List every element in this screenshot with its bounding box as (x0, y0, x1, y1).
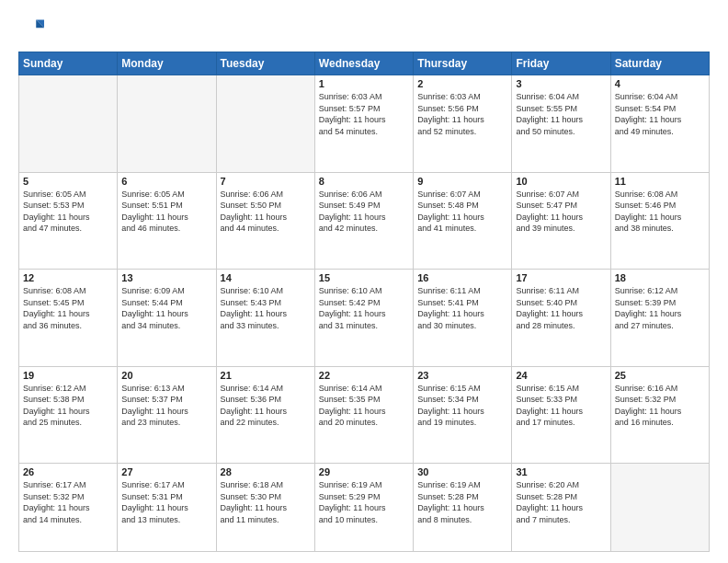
day-number: 20 (121, 370, 211, 381)
weekday-header-tuesday: Tuesday (216, 52, 314, 75)
calendar-week-row: 26Sunrise: 6:17 AM Sunset: 5:32 PM Dayli… (19, 464, 710, 552)
day-info: Sunrise: 6:18 AM Sunset: 5:30 PM Dayligh… (221, 479, 311, 525)
logo-icon (18, 17, 44, 42)
day-info: Sunrise: 6:06 AM Sunset: 5:50 PM Dayligh… (221, 189, 311, 235)
calendar-cell: 31Sunrise: 6:20 AM Sunset: 5:28 PM Dayli… (512, 464, 610, 552)
calendar-cell: 25Sunrise: 6:16 AM Sunset: 5:32 PM Dayli… (610, 366, 709, 464)
day-info: Sunrise: 6:12 AM Sunset: 5:39 PM Dayligh… (615, 285, 705, 331)
calendar-cell: 17Sunrise: 6:11 AM Sunset: 5:40 PM Dayli… (512, 270, 610, 367)
day-number: 8 (319, 176, 409, 187)
day-info: Sunrise: 6:11 AM Sunset: 5:41 PM Dayligh… (417, 285, 507, 331)
day-number: 30 (417, 466, 507, 477)
day-info: Sunrise: 6:15 AM Sunset: 5:34 PM Dayligh… (417, 383, 507, 429)
day-number: 26 (23, 466, 113, 477)
calendar-cell: 7Sunrise: 6:06 AM Sunset: 5:50 PM Daylig… (216, 172, 314, 270)
day-number: 17 (516, 272, 606, 283)
day-info: Sunrise: 6:20 AM Sunset: 5:28 PM Dayligh… (516, 479, 606, 525)
day-number: 3 (516, 78, 606, 89)
calendar-cell: 30Sunrise: 6:19 AM Sunset: 5:28 PM Dayli… (414, 464, 512, 552)
day-info: Sunrise: 6:14 AM Sunset: 5:36 PM Dayligh… (221, 383, 311, 429)
weekday-header-row: SundayMondayTuesdayWednesdayThursdayFrid… (19, 52, 710, 75)
calendar-cell: 27Sunrise: 6:17 AM Sunset: 5:31 PM Dayli… (118, 464, 216, 552)
day-info: Sunrise: 6:19 AM Sunset: 5:28 PM Dayligh… (417, 479, 507, 525)
calendar-week-row: 1Sunrise: 6:03 AM Sunset: 5:57 PM Daylig… (19, 75, 710, 173)
weekday-header-friday: Friday (512, 52, 610, 75)
day-info: Sunrise: 6:17 AM Sunset: 5:32 PM Dayligh… (23, 479, 113, 525)
day-info: Sunrise: 6:11 AM Sunset: 5:40 PM Dayligh… (516, 285, 606, 331)
day-number: 22 (319, 370, 409, 381)
calendar-cell (118, 75, 216, 173)
day-info: Sunrise: 6:14 AM Sunset: 5:35 PM Dayligh… (319, 383, 409, 429)
day-number: 15 (319, 272, 409, 283)
day-number: 5 (23, 176, 113, 187)
day-info: Sunrise: 6:13 AM Sunset: 5:37 PM Dayligh… (121, 383, 211, 429)
calendar-cell: 23Sunrise: 6:15 AM Sunset: 5:34 PM Dayli… (414, 366, 512, 464)
calendar-cell: 24Sunrise: 6:15 AM Sunset: 5:33 PM Dayli… (512, 366, 610, 464)
day-number: 23 (417, 370, 507, 381)
day-number: 11 (615, 176, 705, 187)
day-info: Sunrise: 6:07 AM Sunset: 5:48 PM Dayligh… (417, 189, 507, 235)
calendar-cell: 18Sunrise: 6:12 AM Sunset: 5:39 PM Dayli… (610, 270, 709, 367)
calendar-cell: 2Sunrise: 6:03 AM Sunset: 5:56 PM Daylig… (414, 75, 512, 173)
day-info: Sunrise: 6:10 AM Sunset: 5:42 PM Dayligh… (319, 285, 409, 331)
day-number: 9 (417, 176, 507, 187)
weekday-header-wednesday: Wednesday (314, 52, 413, 75)
calendar-week-row: 5Sunrise: 6:05 AM Sunset: 5:53 PM Daylig… (19, 172, 710, 270)
calendar-cell: 19Sunrise: 6:12 AM Sunset: 5:38 PM Dayli… (19, 366, 118, 464)
day-info: Sunrise: 6:04 AM Sunset: 5:54 PM Dayligh… (615, 91, 705, 137)
weekday-header-monday: Monday (118, 52, 216, 75)
day-number: 10 (516, 176, 606, 187)
day-number: 19 (23, 370, 113, 381)
calendar-table: SundayMondayTuesdayWednesdayThursdayFrid… (18, 52, 710, 552)
calendar-cell: 15Sunrise: 6:10 AM Sunset: 5:42 PM Dayli… (314, 270, 413, 367)
day-info: Sunrise: 6:08 AM Sunset: 5:46 PM Dayligh… (615, 189, 705, 235)
day-info: Sunrise: 6:03 AM Sunset: 5:57 PM Dayligh… (319, 91, 409, 137)
day-info: Sunrise: 6:10 AM Sunset: 5:43 PM Dayligh… (221, 285, 311, 331)
calendar-week-row: 19Sunrise: 6:12 AM Sunset: 5:38 PM Dayli… (19, 366, 710, 464)
weekday-header-saturday: Saturday (610, 52, 709, 75)
day-number: 2 (417, 78, 507, 89)
calendar-week-row: 12Sunrise: 6:08 AM Sunset: 5:45 PM Dayli… (19, 270, 710, 367)
calendar-cell: 14Sunrise: 6:10 AM Sunset: 5:43 PM Dayli… (216, 270, 314, 367)
day-info: Sunrise: 6:06 AM Sunset: 5:49 PM Dayligh… (319, 189, 409, 235)
weekday-header-thursday: Thursday (414, 52, 512, 75)
calendar-cell: 8Sunrise: 6:06 AM Sunset: 5:49 PM Daylig… (314, 172, 413, 270)
calendar-cell: 5Sunrise: 6:05 AM Sunset: 5:53 PM Daylig… (19, 172, 118, 270)
day-number: 18 (615, 272, 705, 283)
day-number: 6 (121, 176, 211, 187)
logo (18, 17, 48, 42)
calendar-cell: 22Sunrise: 6:14 AM Sunset: 5:35 PM Dayli… (314, 366, 413, 464)
day-number: 27 (121, 466, 211, 477)
day-number: 24 (516, 370, 606, 381)
day-info: Sunrise: 6:05 AM Sunset: 5:53 PM Dayligh… (23, 189, 113, 235)
calendar-cell: 1Sunrise: 6:03 AM Sunset: 5:57 PM Daylig… (314, 75, 413, 173)
day-number: 1 (319, 78, 409, 89)
calendar-cell: 12Sunrise: 6:08 AM Sunset: 5:45 PM Dayli… (19, 270, 118, 367)
calendar-cell: 20Sunrise: 6:13 AM Sunset: 5:37 PM Dayli… (118, 366, 216, 464)
day-info: Sunrise: 6:15 AM Sunset: 5:33 PM Dayligh… (516, 383, 606, 429)
day-number: 14 (221, 272, 311, 283)
day-info: Sunrise: 6:17 AM Sunset: 5:31 PM Dayligh… (121, 479, 211, 525)
day-info: Sunrise: 6:16 AM Sunset: 5:32 PM Dayligh… (615, 383, 705, 429)
calendar-cell (610, 464, 709, 552)
calendar-cell: 4Sunrise: 6:04 AM Sunset: 5:54 PM Daylig… (610, 75, 709, 173)
calendar-cell: 26Sunrise: 6:17 AM Sunset: 5:32 PM Dayli… (19, 464, 118, 552)
calendar-cell: 6Sunrise: 6:05 AM Sunset: 5:51 PM Daylig… (118, 172, 216, 270)
day-number: 7 (221, 176, 311, 187)
day-number: 12 (23, 272, 113, 283)
day-info: Sunrise: 6:12 AM Sunset: 5:38 PM Dayligh… (23, 383, 113, 429)
calendar-cell (19, 75, 118, 173)
day-info: Sunrise: 6:07 AM Sunset: 5:47 PM Dayligh… (516, 189, 606, 235)
day-number: 13 (121, 272, 211, 283)
day-number: 29 (319, 466, 409, 477)
day-number: 16 (417, 272, 507, 283)
weekday-header-sunday: Sunday (19, 52, 118, 75)
day-info: Sunrise: 6:05 AM Sunset: 5:51 PM Dayligh… (121, 189, 211, 235)
header (18, 17, 710, 42)
calendar-cell: 9Sunrise: 6:07 AM Sunset: 5:48 PM Daylig… (414, 172, 512, 270)
day-info: Sunrise: 6:04 AM Sunset: 5:55 PM Dayligh… (516, 91, 606, 137)
day-info: Sunrise: 6:08 AM Sunset: 5:45 PM Dayligh… (23, 285, 113, 331)
day-number: 21 (221, 370, 311, 381)
calendar-cell: 29Sunrise: 6:19 AM Sunset: 5:29 PM Dayli… (314, 464, 413, 552)
day-info: Sunrise: 6:19 AM Sunset: 5:29 PM Dayligh… (319, 479, 409, 525)
